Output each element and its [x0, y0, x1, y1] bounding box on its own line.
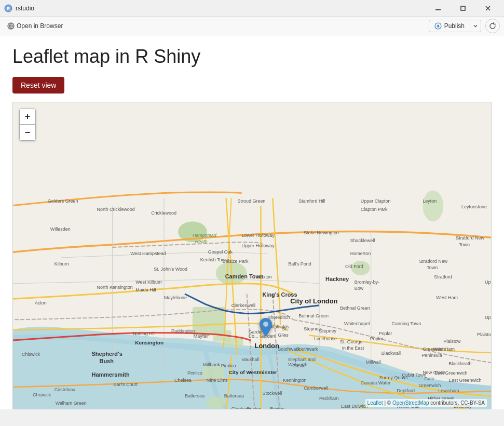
svg-text:Chiswick: Chiswick: [22, 352, 40, 357]
minimize-button[interactable]: [426, 0, 450, 17]
svg-text:London: London: [254, 342, 279, 350]
title-bar: R rstudio: [0, 0, 504, 17]
svg-text:Kensington: Kensington: [135, 340, 164, 345]
svg-text:St.: St.: [282, 326, 288, 331]
osm-link[interactable]: OpenStreetMap: [392, 400, 429, 406]
publish-icon: [434, 22, 442, 30]
svg-text:Kennington: Kennington: [283, 378, 306, 383]
svg-text:Mayfair: Mayfair: [194, 334, 209, 339]
svg-text:Walham Green: Walham Green: [56, 401, 87, 406]
svg-text:West Ham: West Ham: [436, 295, 458, 300]
svg-text:R: R: [7, 6, 10, 11]
svg-text:Castelnau: Castelnau: [55, 387, 75, 392]
svg-text:Gospel Oak: Gospel Oak: [208, 249, 233, 255]
title-bar-title: rstudio: [16, 5, 426, 12]
map-zoom-controls: + −: [19, 109, 36, 141]
svg-text:Bethnal Green: Bethnal Green: [340, 305, 370, 311]
svg-text:Millwall: Millwall: [366, 360, 381, 365]
publish-button[interactable]: Publish: [429, 20, 481, 32]
svg-text:Shacklewell: Shacklewell: [350, 238, 375, 243]
svg-text:Bush: Bush: [99, 358, 114, 364]
svg-text:Giles: Giles: [278, 332, 289, 338]
title-bar-controls: [426, 0, 500, 17]
svg-text:Plaistow: Plaistow: [443, 339, 461, 344]
toolbar: Open in Browser Publish: [0, 17, 504, 35]
globe-icon: [7, 22, 15, 30]
svg-text:Golders Green: Golders Green: [48, 198, 78, 204]
map-attribution: Leaflet | © OpenStreetMap contributors, …: [365, 399, 487, 407]
svg-text:Stroud Green: Stroud Green: [238, 198, 266, 204]
leaflet-link[interactable]: Leaflet: [367, 400, 383, 406]
svg-text:Millbank: Millbank: [203, 362, 220, 367]
svg-text:Peninsula: Peninsula: [421, 353, 442, 358]
open-in-browser-label: Open in Browser: [17, 22, 63, 30]
svg-point-19: [207, 396, 225, 409]
svg-text:Town: Town: [459, 242, 470, 247]
svg-text:Hackney: Hackney: [325, 276, 349, 282]
svg-text:West Hampstead: West Hampstead: [130, 251, 166, 256]
svg-text:Plaisto...: Plaisto...: [477, 332, 491, 337]
attribution-separator: | ©: [384, 400, 392, 406]
map-tiles: North Cricklewood Cricklewood Willesden …: [13, 102, 491, 409]
svg-text:East Greenwich: East Greenwich: [448, 378, 481, 383]
svg-text:Earl's Court: Earl's Court: [113, 382, 138, 387]
svg-text:Upper Clapton: Upper Clapton: [361, 198, 391, 204]
svg-text:Elephant and: Elephant and: [288, 357, 316, 362]
svg-text:Paddington: Paddington: [171, 328, 195, 334]
svg-text:Brixton: Brixton: [247, 406, 262, 409]
svg-text:Upper Holloway: Upper Holloway: [242, 243, 275, 248]
svg-text:Clerkenwell: Clerkenwell: [231, 303, 255, 308]
svg-rect-16: [224, 338, 243, 347]
svg-text:Stamford Hill: Stamford Hill: [298, 198, 325, 204]
svg-text:Stratford: Stratford: [434, 274, 452, 279]
svg-text:East Dulwich: East Dulwich: [341, 404, 368, 409]
svg-text:Whitechapel: Whitechapel: [344, 321, 370, 326]
svg-text:Leytonstone: Leytonstone: [461, 204, 487, 209]
open-in-browser-button[interactable]: Open in Browser: [4, 20, 66, 32]
svg-text:Willesden: Willesden: [50, 227, 71, 232]
leaflet-map[interactable]: North Cricklewood Cricklewood Willesden …: [12, 102, 492, 409]
svg-point-22: [423, 190, 443, 221]
svg-text:St. John's Wood: St. John's Wood: [154, 267, 187, 272]
svg-text:Heath: Heath: [195, 239, 208, 244]
publish-dropdown-arrow[interactable]: [470, 22, 481, 30]
svg-text:Canning Town: Canning Town: [392, 321, 421, 326]
svg-text:Battersea: Battersea: [224, 393, 244, 398]
refresh-button[interactable]: [485, 19, 500, 33]
svg-text:Cricklewood: Cricklewood: [151, 210, 176, 216]
svg-text:Chelsea: Chelsea: [174, 378, 192, 383]
svg-text:Pimlico: Pimlico: [221, 363, 236, 368]
svg-text:Bromley-by-: Bromley-by-: [355, 279, 379, 285]
zoom-in-button[interactable]: +: [20, 109, 35, 125]
svg-text:Poplar: Poplar: [379, 331, 392, 336]
svg-text:North Cricklewood: North Cricklewood: [97, 207, 135, 212]
reset-view-button[interactable]: Reset view: [12, 77, 64, 94]
svg-text:Kilburn: Kilburn: [55, 261, 69, 267]
close-button[interactable]: [476, 0, 500, 17]
chevron-down-icon: [473, 24, 478, 28]
svg-text:Old Ford: Old Ford: [345, 264, 363, 269]
zoom-out-button[interactable]: −: [20, 125, 35, 140]
svg-text:Stoke Newington: Stoke Newington: [304, 230, 339, 235]
svg-text:Greenwich: Greenwich: [418, 383, 441, 388]
svg-text:Up...: Up...: [485, 315, 491, 320]
svg-rect-3: [461, 6, 465, 10]
svg-text:in the East: in the East: [342, 345, 364, 351]
svg-text:Leyton: Leyton: [423, 198, 437, 204]
maximize-button[interactable]: [451, 0, 475, 17]
svg-text:Gate: Gate: [424, 376, 434, 381]
page-title: Leaflet map in R Shiny: [12, 46, 492, 68]
svg-text:St.-George: St.-George: [340, 339, 363, 344]
svg-text:Pimlico: Pimlico: [187, 370, 202, 376]
svg-text:City of London: City of London: [290, 297, 337, 305]
svg-text:Stockwell: Stockwell: [262, 391, 282, 396]
svg-text:East Greenwich: East Greenwich: [434, 370, 467, 376]
map-marker: [260, 318, 272, 339]
svg-text:Lower Holloway: Lower Holloway: [242, 233, 275, 238]
svg-rect-20: [203, 366, 224, 378]
svg-text:Ball's Pond: Ball's Pond: [288, 261, 311, 267]
svg-text:Stratford New: Stratford New: [456, 235, 484, 241]
publish-label: Publish: [444, 22, 465, 30]
publish-main[interactable]: Publish: [429, 20, 470, 32]
svg-text:Upto...: Upto...: [485, 279, 491, 285]
